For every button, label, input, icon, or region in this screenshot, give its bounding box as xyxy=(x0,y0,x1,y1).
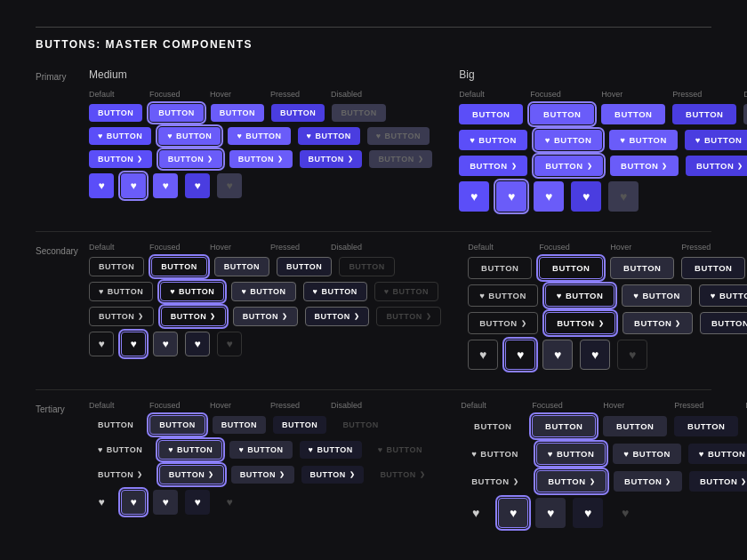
btn-tertiary-md-icon-pressed[interactable]: BUTTON xyxy=(300,441,362,459)
btn-secondary-md-hover[interactable]: BUTTON xyxy=(214,257,269,276)
btn-secondary-big-icononly-default[interactable]: ♥ xyxy=(468,340,498,370)
btn-secondary-big-icononly-focused[interactable]: ♥ xyxy=(505,340,535,370)
btn-tertiary-md-pressed[interactable]: BUTTON xyxy=(273,416,326,434)
btn-secondary-md-disabled[interactable]: BUTTON xyxy=(339,257,394,276)
btn-tertiary-md-icononly-focused[interactable]: ♥ xyxy=(121,490,146,515)
btn-primary-md-disabled[interactable]: BUTTON xyxy=(332,104,385,122)
btn-primary-big-icononly-hover[interactable]: ♥ xyxy=(534,181,564,212)
btn-tertiary-md-disabled[interactable]: BUTTON xyxy=(333,416,387,434)
btn-primary-big-icononly-pressed[interactable]: ♥ xyxy=(571,181,601,212)
btn-secondary-big-chev-default[interactable]: BUTTON xyxy=(468,312,538,334)
btn-tertiary-big-icon-default[interactable]: BUTTON xyxy=(461,444,529,464)
btn-tertiary-md-icononly-disabled[interactable]: ♥ xyxy=(217,490,242,515)
btn-primary-big-chev-hover[interactable]: BUTTON xyxy=(610,156,679,176)
btn-tertiary-big-icon-hover[interactable]: BUTTON xyxy=(613,444,681,464)
btn-primary-md-icon-default[interactable]: BUTTON xyxy=(89,127,151,145)
btn-tertiary-big-icon-focused[interactable]: BUTTON xyxy=(536,443,606,465)
btn-primary-md-icononly-hover[interactable]: ♥ xyxy=(153,173,178,198)
btn-tertiary-big-icononly-default[interactable]: ♥ xyxy=(461,498,491,528)
btn-secondary-md-chev-disabled[interactable]: BUTTON xyxy=(376,307,441,326)
btn-tertiary-md-icon-focused[interactable]: BUTTON xyxy=(158,440,222,460)
btn-primary-md-icononly-disabled[interactable]: ♥ xyxy=(217,173,242,198)
btn-tertiary-big-icononly-pressed[interactable]: ♥ xyxy=(573,498,603,528)
btn-tertiary-md-icon-disabled[interactable]: BUTTON xyxy=(369,441,431,459)
btn-secondary-big-pressed[interactable]: BUTTON xyxy=(681,257,745,279)
btn-tertiary-md-icononly-hover[interactable]: ♥ xyxy=(153,490,178,515)
btn-primary-md-icononly-default[interactable]: ♥ xyxy=(89,173,114,198)
btn-primary-big-default[interactable]: BUTTON xyxy=(459,104,523,124)
btn-tertiary-md-icon-hover[interactable]: BUTTON xyxy=(229,441,292,459)
btn-secondary-md-icon-hover[interactable]: BUTTON xyxy=(231,282,295,301)
btn-secondary-md-chev-pressed[interactable]: BUTTON xyxy=(305,307,370,326)
btn-secondary-md-focused[interactable]: BUTTON xyxy=(151,257,206,276)
btn-primary-big-chev-pressed[interactable]: BUTTON xyxy=(686,156,747,176)
btn-secondary-big-chev-focused[interactable]: BUTTON xyxy=(545,312,615,334)
btn-primary-big-pressed[interactable]: BUTTON xyxy=(672,104,736,124)
btn-primary-big-icononly-focused[interactable]: ♥ xyxy=(496,181,526,212)
btn-primary-md-pressed[interactable]: BUTTON xyxy=(271,104,325,122)
btn-secondary-md-icon-focused[interactable]: BUTTON xyxy=(160,282,224,301)
btn-primary-big-chev-focused[interactable]: BUTTON xyxy=(534,156,603,176)
btn-tertiary-big-chev-default[interactable]: BUTTON xyxy=(461,471,529,492)
btn-secondary-big-icononly-pressed[interactable]: ♥ xyxy=(580,340,610,370)
btn-secondary-md-pressed[interactable]: BUTTON xyxy=(277,257,332,276)
btn-tertiary-md-chev-disabled[interactable]: BUTTON xyxy=(371,466,434,484)
btn-tertiary-md-icon-default[interactable]: BUTTON xyxy=(89,441,151,459)
btn-primary-big-hover[interactable]: BUTTON xyxy=(601,104,665,124)
btn-secondary-md-chev-default[interactable]: BUTTON xyxy=(89,307,154,326)
btn-primary-md-chev-hover[interactable]: BUTTON xyxy=(229,150,293,168)
btn-tertiary-big-chev-hover[interactable]: BUTTON xyxy=(614,471,682,492)
btn-secondary-md-icononly-hover[interactable]: ♥ xyxy=(153,332,178,356)
btn-secondary-big-chev-hover[interactable]: BUTTON xyxy=(622,312,693,334)
btn-secondary-big-icononly-hover[interactable]: ♥ xyxy=(542,340,573,370)
btn-primary-big-icon-focused[interactable]: BUTTON xyxy=(534,130,603,150)
btn-primary-md-chev-pressed[interactable]: BUTTON xyxy=(300,150,363,168)
btn-primary-md-focused[interactable]: BUTTON xyxy=(149,104,203,122)
btn-secondary-big-default[interactable]: BUTTON xyxy=(468,257,532,279)
btn-tertiary-big-focused[interactable]: BUTTON xyxy=(532,415,596,437)
btn-secondary-big-icononly-disabled[interactable]: ♥ xyxy=(617,340,647,370)
btn-tertiary-md-focused[interactable]: BUTTON xyxy=(149,415,205,435)
btn-tertiary-big-icononly-disabled[interactable]: ♥ xyxy=(610,498,640,528)
btn-tertiary-md-chev-hover[interactable]: BUTTON xyxy=(231,466,294,484)
btn-secondary-md-icon-pressed[interactable]: BUTTON xyxy=(303,282,367,301)
btn-tertiary-md-hover[interactable]: BUTTON xyxy=(213,416,266,434)
btn-tertiary-big-icononly-hover[interactable]: ♥ xyxy=(535,498,566,528)
btn-secondary-md-icononly-focused[interactable]: ♥ xyxy=(121,332,146,356)
btn-primary-md-default[interactable]: BUTTON xyxy=(89,104,142,122)
btn-tertiary-big-pressed[interactable]: BUTTON xyxy=(674,416,738,436)
btn-secondary-md-icon-default[interactable]: BUTTON xyxy=(89,282,153,301)
btn-secondary-big-icon-pressed[interactable]: BUTTON xyxy=(699,284,747,307)
btn-secondary-md-default[interactable]: BUTTON xyxy=(89,257,144,276)
btn-primary-big-disabled[interactable]: BUTTON xyxy=(743,104,747,124)
btn-secondary-md-chev-hover[interactable]: BUTTON xyxy=(233,307,298,326)
btn-tertiary-md-chev-pressed[interactable]: BUTTON xyxy=(301,466,365,484)
btn-tertiary-md-chev-focused[interactable]: BUTTON xyxy=(159,465,224,484)
btn-primary-md-chev-default[interactable]: BUTTON xyxy=(89,150,152,168)
btn-secondary-big-hover[interactable]: BUTTON xyxy=(610,257,674,279)
btn-primary-big-icon-hover[interactable]: BUTTON xyxy=(609,130,678,150)
btn-tertiary-md-icononly-default[interactable]: ♥ xyxy=(89,490,114,515)
btn-primary-big-icononly-default[interactable]: ♥ xyxy=(459,181,489,212)
btn-secondary-big-icon-focused[interactable]: BUTTON xyxy=(545,284,615,307)
btn-secondary-md-icononly-disabled[interactable]: ♥ xyxy=(217,332,242,356)
btn-primary-md-icon-focused[interactable]: BUTTON xyxy=(158,127,221,145)
btn-tertiary-md-icononly-pressed[interactable]: ♥ xyxy=(185,490,210,515)
btn-tertiary-big-icon-pressed[interactable]: BUTTON xyxy=(688,444,747,464)
btn-primary-big-icononly-disabled[interactable]: ♥ xyxy=(608,181,639,212)
btn-tertiary-big-chev-pressed[interactable]: BUTTON xyxy=(689,471,747,492)
btn-primary-md-icononly-focused[interactable]: ♥ xyxy=(121,173,146,198)
btn-secondary-md-icononly-pressed[interactable]: ♥ xyxy=(185,332,210,356)
btn-secondary-md-icononly-default[interactable]: ♥ xyxy=(89,332,114,356)
btn-primary-big-chev-default[interactable]: BUTTON xyxy=(459,156,527,176)
btn-secondary-big-focused[interactable]: BUTTON xyxy=(539,257,603,279)
btn-tertiary-big-chev-focused[interactable]: BUTTON xyxy=(536,470,606,492)
btn-primary-big-focused[interactable]: BUTTON xyxy=(530,104,594,124)
btn-primary-md-icon-hover[interactable]: BUTTON xyxy=(228,127,290,145)
btn-primary-md-icononly-pressed[interactable]: ♥ xyxy=(185,173,210,198)
btn-tertiary-big-icononly-focused[interactable]: ♥ xyxy=(498,498,528,528)
btn-primary-md-icon-disabled[interactable]: BUTTON xyxy=(367,127,430,145)
btn-tertiary-md-default[interactable]: BUTTON xyxy=(89,416,142,434)
btn-primary-md-chev-disabled[interactable]: BUTTON xyxy=(369,150,432,168)
btn-tertiary-big-default[interactable]: BUTTON xyxy=(461,416,525,436)
